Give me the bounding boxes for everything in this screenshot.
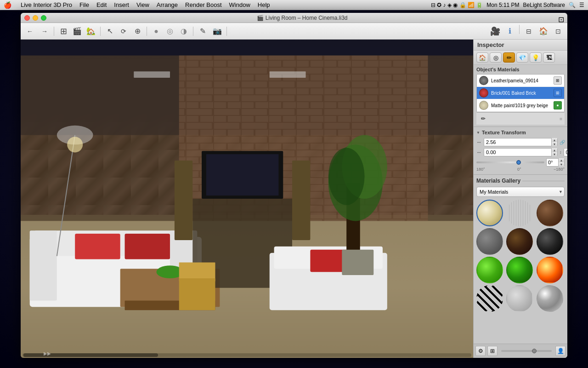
viewport-scrollbar[interactable] bbox=[23, 353, 471, 357]
menu-edit[interactable]: Edit bbox=[96, 1, 107, 8]
svg-rect-34 bbox=[270, 71, 306, 78]
menu-help[interactable]: Help bbox=[258, 1, 270, 8]
gallery-item-dark-wood[interactable] bbox=[506, 228, 533, 255]
menu-search[interactable]: 🔍 bbox=[569, 2, 576, 8]
rotation-slider[interactable] bbox=[476, 159, 544, 166]
width-icon: ↔ bbox=[476, 139, 482, 145]
gallery-item-stone[interactable] bbox=[476, 228, 503, 255]
link-icon[interactable]: 🔗 bbox=[560, 140, 565, 145]
menu-view[interactable]: View bbox=[136, 1, 149, 8]
gallery-dropdown[interactable]: My Materials All Materials Wood Stone Me… bbox=[476, 187, 565, 197]
viewport[interactable]: ▶▶ bbox=[21, 40, 473, 358]
gallery-item-ivory[interactable] bbox=[476, 200, 503, 226]
svg-rect-10 bbox=[30, 230, 57, 300]
menu-window[interactable]: Window bbox=[229, 1, 250, 8]
move-tool[interactable]: ⊕ bbox=[131, 25, 144, 38]
offset-x-up-button[interactable]: ▲ bbox=[552, 148, 557, 152]
rotation-track bbox=[476, 161, 544, 163]
minimize-button[interactable] bbox=[33, 15, 38, 21]
select-tool[interactable]: ↖ bbox=[103, 25, 116, 38]
menu-arrange[interactable]: Arrange bbox=[157, 1, 178, 8]
camera-tool[interactable]: 📷 bbox=[211, 25, 224, 38]
donut-button[interactable]: ◎ bbox=[164, 25, 176, 38]
offset-label: ↕ bbox=[560, 150, 562, 155]
offset-y-input[interactable] bbox=[564, 149, 568, 156]
close-button[interactable] bbox=[24, 15, 30, 21]
tab-light[interactable]: 💡 bbox=[530, 52, 542, 63]
gallery-item-dots[interactable] bbox=[506, 285, 533, 312]
menubar-right: ⊟ ✪ ♪ ◈ ◉ 🔒 📶 🔋 Mon 5:11 PM BeLight Soft… bbox=[431, 2, 584, 8]
menu-insert[interactable]: Insert bbox=[114, 1, 129, 8]
gallery-item-green-light[interactable] bbox=[476, 257, 503, 283]
gallery-item-chrome[interactable] bbox=[537, 285, 563, 312]
width-down-button[interactable]: ▼ bbox=[552, 142, 557, 146]
gallery-item-zebra[interactable] bbox=[476, 285, 503, 312]
rotation-row: ▲ ▼ bbox=[476, 158, 565, 167]
collapse-icon[interactable]: ▼ bbox=[476, 131, 480, 135]
rotation-input[interactable] bbox=[547, 160, 558, 165]
info-button[interactable]: ℹ bbox=[503, 25, 516, 38]
tab-sphere[interactable]: ◎ bbox=[490, 52, 502, 63]
sphere-button[interactable]: ● bbox=[150, 25, 163, 38]
material-item-leather[interactable]: Leather/pamela_09014 ⊞ bbox=[477, 75, 564, 87]
tab-build[interactable]: 🏗 bbox=[543, 52, 555, 63]
offset-x-input[interactable] bbox=[484, 149, 551, 156]
furniture-button[interactable]: 🏡 bbox=[85, 25, 97, 38]
cylinder-button[interactable]: ◑ bbox=[177, 25, 190, 38]
view-2d-button[interactable]: ⊟ bbox=[522, 25, 535, 38]
render-button[interactable]: 🎬 bbox=[71, 25, 84, 38]
view-home-button[interactable]: 🏠 bbox=[537, 25, 550, 38]
pen-tool[interactable]: ✎ bbox=[196, 25, 209, 38]
gallery-item-black[interactable] bbox=[537, 228, 563, 255]
offset-x-icon: ↔ bbox=[476, 149, 482, 155]
menu-list[interactable]: ☰ bbox=[579, 2, 584, 8]
gallery-divider bbox=[522, 181, 565, 181]
pencil-button[interactable]: ✏ bbox=[479, 114, 488, 123]
width-up-button[interactable]: ▲ bbox=[552, 138, 557, 142]
floorplan-view-button[interactable]: ⊞ bbox=[57, 25, 70, 38]
material-icon-brick[interactable]: ⊞ bbox=[554, 89, 562, 97]
nav-back-button[interactable]: ← bbox=[23, 25, 36, 38]
height-icon: ↕ bbox=[567, 140, 567, 145]
movie-button[interactable]: 🎥 bbox=[489, 25, 502, 38]
gallery-size-thumb[interactable] bbox=[532, 349, 537, 353]
gallery-item-brown-wood[interactable] bbox=[537, 200, 563, 226]
offset-x-stepper: ▲ ▼ bbox=[551, 148, 557, 156]
menu-render[interactable]: Render Boost bbox=[185, 1, 222, 8]
orbit-tool[interactable]: ⟳ bbox=[117, 25, 130, 38]
window-resize[interactable]: ⊡ bbox=[558, 15, 564, 21]
rotation-stepper: ▲ ▼ bbox=[558, 158, 564, 167]
scroll-indicator: ▶▶ bbox=[44, 351, 51, 356]
material-item-paint[interactable]: Matte paint/1019 grey beige ● bbox=[477, 99, 564, 112]
gallery-header: Materials Gallery bbox=[476, 178, 565, 184]
gallery-settings-button[interactable]: ⚙ bbox=[475, 346, 486, 356]
material-icon-paint[interactable]: ● bbox=[554, 101, 562, 109]
menu-file[interactable]: File bbox=[79, 1, 89, 8]
offset-x-down-button[interactable]: ▼ bbox=[552, 152, 557, 156]
content: ▶▶ Inspector 🏠 ◎ ✏ 💎 💡 🏗 Object's Materi… bbox=[21, 40, 567, 358]
nav-forward-button[interactable]: → bbox=[38, 25, 51, 38]
rotation-down-button[interactable]: ▼ bbox=[559, 162, 564, 167]
apple-menu[interactable]: 🍎 bbox=[4, 1, 11, 9]
svg-rect-12 bbox=[75, 234, 120, 259]
rotation-thumb[interactable] bbox=[516, 160, 521, 165]
gallery-view-button[interactable]: ⊞ bbox=[487, 346, 498, 356]
view-3d-button[interactable]: ⊡ bbox=[552, 25, 565, 38]
gallery-item-fire[interactable] bbox=[537, 257, 563, 283]
maximize-button[interactable] bbox=[41, 15, 46, 21]
tab-home[interactable]: 🏠 bbox=[476, 52, 488, 63]
gallery-size-slider[interactable] bbox=[501, 350, 552, 352]
tab-edit[interactable]: ✏ bbox=[503, 52, 515, 63]
width-input[interactable] bbox=[484, 138, 551, 146]
materials-options[interactable]: ≡ bbox=[560, 116, 562, 121]
gallery-item-green-dark[interactable] bbox=[506, 257, 533, 283]
gallery-item-wood-light[interactable] bbox=[506, 200, 533, 226]
tab-material[interactable]: 💎 bbox=[516, 52, 528, 63]
menu-app[interactable]: Live Interior 3D Pro bbox=[21, 1, 72, 8]
gallery-person-button[interactable]: 👤 bbox=[555, 346, 565, 356]
toolbar-sep-6 bbox=[519, 25, 520, 34]
offset-x-input-group: ▲ ▼ bbox=[484, 148, 558, 156]
rotation-up-button[interactable]: ▲ bbox=[559, 158, 564, 162]
material-item-brick[interactable]: Brick/001 Baked Brick ⊞ bbox=[477, 87, 564, 99]
material-icon-leather[interactable]: ⊞ bbox=[554, 76, 562, 85]
